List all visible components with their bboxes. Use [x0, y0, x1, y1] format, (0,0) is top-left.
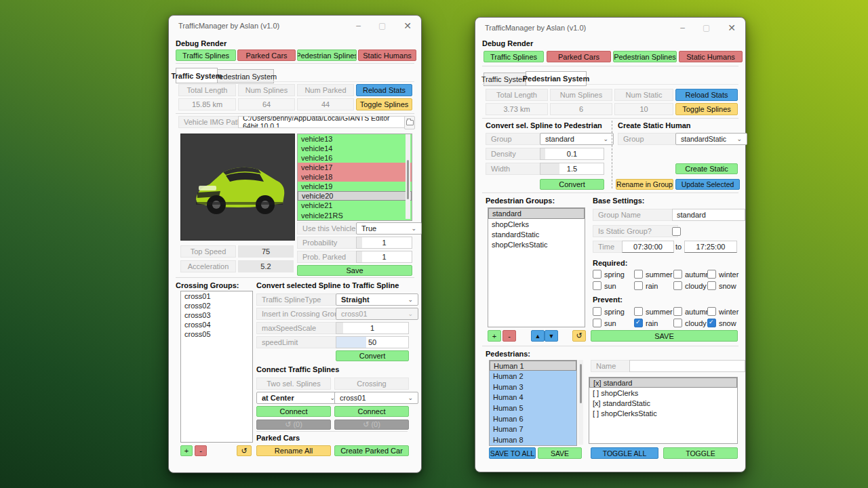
save-to-all-button[interactable]: SAVE TO ALL — [489, 447, 536, 459]
static-humans-toggle-button[interactable]: Static Humans — [358, 49, 416, 61]
required-spring-checkbox[interactable] — [593, 270, 601, 279]
pedestrian-group-select[interactable]: standard ⌄ — [540, 133, 614, 145]
list-item[interactable]: vehicle18 — [298, 172, 412, 182]
refresh-crossing-groups-button[interactable]: ↺ — [237, 445, 252, 456]
list-item[interactable]: standardStatic — [488, 229, 585, 239]
static-group-select[interactable]: standardStatic ⌄ — [675, 133, 747, 145]
undo-connect-button[interactable]: ↺ (0) — [256, 420, 331, 430]
connect-crossing-button[interactable]: Connect — [334, 406, 409, 417]
toggle-splines-button[interactable]: Toggle Splines — [675, 103, 738, 115]
parked-cars-toggle-button[interactable]: Parked Cars — [237, 49, 296, 61]
vehicle-img-path-input[interactable]: C:/Users/benny/AppData/Local/GIANTS Edit… — [238, 116, 410, 128]
create-static-button[interactable]: Create Static — [675, 163, 738, 174]
rename-in-group-button[interactable]: Rename in Group — [616, 179, 673, 190]
use-vehicle-select[interactable]: True ⌄ — [356, 222, 422, 235]
list-item-selected[interactable]: Human 1 — [490, 361, 576, 371]
probability-input[interactable]: 1 — [356, 237, 412, 249]
pedestrians-scrollbar[interactable] — [578, 360, 583, 445]
density-input[interactable]: 0.1 — [540, 148, 604, 160]
list-item[interactable]: cross05 — [181, 329, 252, 339]
max-speed-scale-input[interactable]: 1 — [336, 322, 409, 334]
list-item-selected[interactable]: [x] standard — [589, 378, 737, 388]
pedestrian-splines-toggle-button[interactable]: Pedestrian Splines — [297, 49, 357, 61]
list-item[interactable]: Human 7 — [490, 424, 576, 434]
create-parked-car-button[interactable]: Create Parked Car — [334, 445, 409, 456]
pedestrians-list[interactable]: Human 1 Human 2 Human 3 Human 4 Human 5 … — [489, 360, 577, 446]
list-item[interactable]: vehicle17 — [298, 163, 412, 172]
list-item[interactable]: cross02 — [181, 301, 252, 310]
add-group-button[interactable]: + — [488, 330, 501, 342]
minimize-button[interactable]: – — [680, 23, 685, 33]
scrollbar-thumb[interactable] — [580, 364, 582, 403]
list-item[interactable]: Human 8 — [490, 434, 576, 445]
scrollbar-thumb[interactable] — [407, 160, 409, 199]
vehicle-list[interactable]: vehicle13 vehicle14 vehicle16 vehicle17 … — [297, 134, 412, 221]
required-rain-checkbox[interactable] — [634, 281, 643, 290]
move-down-button[interactable]: ▼ — [545, 330, 558, 342]
prob-parked-input[interactable]: 1 — [356, 251, 412, 263]
time-from-input[interactable]: 07:30:00 — [622, 241, 674, 253]
required-cloudy-checkbox[interactable] — [673, 281, 682, 290]
required-autumn-checkbox[interactable] — [673, 270, 682, 279]
list-item[interactable]: vehicle21 — [298, 201, 412, 210]
list-item[interactable]: [x] standardStatic — [589, 398, 737, 408]
name-input[interactable] — [629, 360, 745, 372]
prevent-rain-checkbox[interactable] — [634, 319, 643, 327]
prevent-spring-checkbox[interactable] — [593, 307, 601, 316]
refresh-groups-button[interactable]: ↺ — [572, 330, 586, 342]
list-item[interactable]: shopClerks — [488, 219, 585, 229]
list-item[interactable]: [ ] shopClerks — [589, 388, 737, 398]
traffic-splines-toggle-button[interactable]: Traffic Splines — [484, 51, 544, 62]
convert-spline-button[interactable]: Convert — [336, 350, 409, 361]
save-group-button[interactable]: SAVE — [591, 330, 738, 342]
list-item[interactable]: Human 4 — [490, 392, 576, 403]
update-selected-button[interactable]: Update Selected — [675, 179, 740, 190]
parked-cars-toggle-button[interactable]: Parked Cars — [547, 51, 611, 62]
remove-group-button[interactable]: - — [502, 330, 516, 342]
spline-type-select[interactable]: Straight ⌄ — [336, 293, 418, 306]
minimize-button[interactable]: – — [356, 21, 361, 30]
crossing-groups-list[interactable]: cross01 cross02 cross03 cross04 cross05 — [180, 291, 253, 443]
prevent-autumn-checkbox[interactable] — [673, 307, 682, 316]
toggle-button[interactable]: TOGGLE — [663, 447, 738, 459]
vehicle-list-scrollbar[interactable] — [406, 134, 410, 219]
close-button[interactable]: ✕ — [728, 22, 736, 33]
reload-stats-button[interactable]: Reload Stats — [675, 89, 738, 101]
maximize-button[interactable]: ▢ — [703, 23, 710, 33]
undo-connect-crossing-button[interactable]: ↺ (0) — [334, 420, 409, 430]
pedestrian-splines-toggle-button[interactable]: Pedestrian Splines — [613, 51, 677, 62]
traffic-splines-toggle-button[interactable]: Traffic Splines — [176, 49, 236, 61]
remove-crossing-group-button[interactable]: - — [195, 445, 207, 456]
browse-folder-button[interactable] — [404, 116, 415, 129]
close-button[interactable]: ✕ — [403, 20, 412, 31]
time-to-input[interactable]: 17:25:00 — [684, 241, 737, 253]
add-crossing-group-button[interactable]: + — [180, 445, 193, 456]
save-vehicle-button[interactable]: Save — [297, 265, 412, 276]
move-up-button[interactable]: ▲ — [531, 330, 545, 342]
toggle-splines-button[interactable]: Toggle Splines — [356, 98, 412, 110]
list-item[interactable]: Human 6 — [490, 413, 576, 424]
prevent-summer-checkbox[interactable] — [634, 307, 643, 316]
rename-all-button[interactable]: Rename All — [256, 445, 331, 456]
is-static-group-checkbox[interactable] — [672, 227, 681, 236]
required-sun-checkbox[interactable] — [593, 281, 601, 290]
membership-list[interactable]: [x] standard [ ] shopClerks [x] standard… — [589, 377, 738, 444]
list-item[interactable]: Human 5 — [490, 403, 576, 413]
pedestrian-groups-list[interactable]: standard shopClerks standardStatic shopC… — [488, 207, 585, 327]
static-humans-toggle-button[interactable]: Static Humans — [679, 51, 743, 62]
prevent-sun-checkbox[interactable] — [593, 319, 601, 327]
speed-limit-input[interactable]: 50 — [336, 336, 409, 348]
list-item[interactable]: cross01 — [181, 291, 252, 301]
tab-pedestrian-system[interactable]: Pedestrian System — [526, 71, 587, 86]
reload-stats-button[interactable]: Reload Stats — [356, 84, 412, 96]
list-item[interactable]: vehicle19 — [298, 182, 412, 191]
list-item[interactable]: vehicle13 — [298, 134, 412, 144]
list-item-selected[interactable]: vehicle20 — [298, 191, 412, 201]
list-item[interactable]: Human 3 — [490, 382, 576, 392]
connect-splines-button[interactable]: Connect — [256, 406, 331, 417]
group-name-input[interactable]: standard — [672, 209, 745, 221]
list-item[interactable]: Human 2 — [490, 371, 576, 382]
list-item[interactable]: cross04 — [181, 320, 252, 329]
list-item[interactable]: shopClerksStatic — [488, 239, 585, 249]
list-item-selected[interactable]: standard — [488, 208, 585, 219]
